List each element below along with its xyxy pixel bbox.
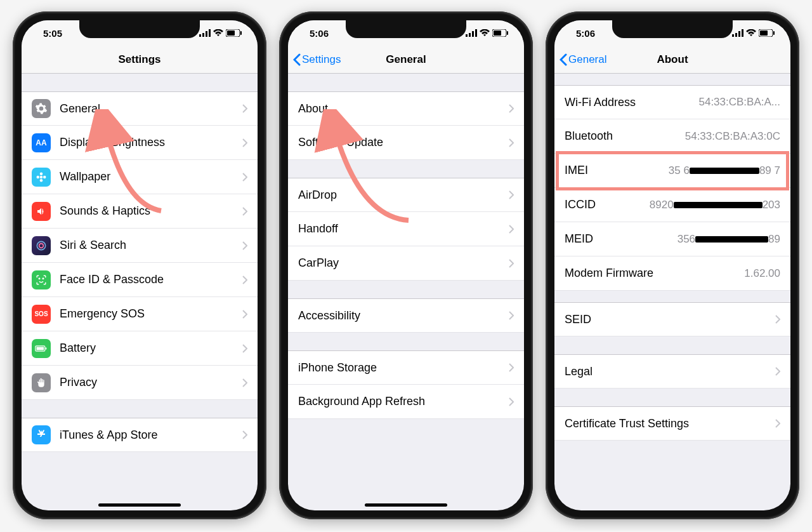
- svg-rect-27: [735, 33, 737, 37]
- chevron-right-icon: [242, 173, 247, 182]
- svg-rect-3: [209, 29, 211, 37]
- row-label: Sounds & Haptics: [60, 204, 237, 218]
- aa-icon: AA: [32, 133, 51, 152]
- svg-rect-0: [199, 34, 201, 37]
- chevron-left-icon: [560, 53, 567, 66]
- row-display-brightness[interactable]: AA Display & Brightness: [22, 126, 258, 160]
- row-label: SEID: [565, 313, 770, 326]
- row-certificate-trust-settings[interactable]: Certificate Trust Settings: [554, 406, 790, 441]
- row-value: 8920203: [650, 199, 780, 211]
- chevron-right-icon: [242, 310, 247, 319]
- screen-1: 5:05 Settings General AA Display & Brig: [22, 20, 258, 510]
- status-right: [199, 29, 242, 37]
- row-face-id-passcode[interactable]: Face ID & Passcode: [22, 263, 258, 297]
- row-label: iPhone Storage: [298, 361, 504, 375]
- row-battery[interactable]: Battery: [22, 331, 258, 366]
- page-title: General: [386, 53, 426, 66]
- redacted-text: [690, 168, 759, 174]
- row-label: MEID: [565, 232, 678, 246]
- chevron-right-icon: [242, 344, 247, 353]
- home-indicator[interactable]: [365, 503, 447, 507]
- row-carplay[interactable]: CarPlay: [288, 246, 524, 281]
- row-label: About: [298, 102, 504, 116]
- row-label: Privacy: [60, 376, 237, 389]
- row-label: Background App Refresh: [298, 395, 504, 408]
- row-emergency-sos[interactable]: SOS Emergency SOS: [22, 297, 258, 331]
- row-value: 1.62.00: [744, 267, 780, 280]
- cellular-icon: [466, 29, 477, 37]
- row-label: Modem Firmware: [565, 267, 744, 280]
- row-seid[interactable]: SEID: [554, 302, 790, 336]
- svg-rect-6: [240, 31, 242, 35]
- nav-bar: Settings General: [288, 46, 524, 74]
- general-list[interactable]: About Software Update AirDrop Handoff Ca…: [288, 74, 524, 419]
- row-label: iTunes & App Store: [60, 429, 237, 442]
- chevron-right-icon: [242, 207, 247, 216]
- row-value: 54:33:CB:BA:A...: [698, 96, 780, 109]
- row-accessibility[interactable]: Accessibility: [288, 298, 524, 333]
- svg-rect-17: [46, 347, 47, 349]
- about-list[interactable]: Wi-Fi Address 54:33:CB:BA:A... Bluetooth…: [554, 74, 790, 441]
- notch: [79, 20, 200, 38]
- chevron-right-icon: [242, 138, 247, 147]
- row-label: ICCID: [565, 198, 650, 211]
- svg-rect-1: [202, 33, 204, 37]
- row-iphone-storage[interactable]: iPhone Storage: [288, 350, 524, 385]
- row-general[interactable]: General: [22, 91, 258, 126]
- gear-icon: [32, 99, 51, 118]
- chevron-right-icon: [509, 138, 514, 147]
- group-spacer: [288, 160, 524, 178]
- chevron-right-icon: [509, 104, 514, 113]
- row-privacy[interactable]: Privacy: [22, 366, 258, 400]
- back-button[interactable]: Settings: [293, 53, 341, 66]
- row-label: CarPlay: [298, 256, 504, 270]
- battery-icon: [492, 29, 509, 37]
- row-software-update[interactable]: Software Update: [288, 126, 524, 160]
- svg-point-11: [43, 175, 46, 178]
- row-airdrop[interactable]: AirDrop: [288, 178, 524, 212]
- row-siri-search[interactable]: Siri & Search: [22, 229, 258, 263]
- row-handoff[interactable]: Handoff: [288, 212, 524, 246]
- svg-rect-25: [507, 31, 508, 35]
- row-label: Battery: [60, 342, 237, 355]
- status-time: 5:06: [576, 28, 595, 39]
- group-spacer: [22, 400, 258, 418]
- svg-point-9: [40, 179, 43, 182]
- settings-list[interactable]: General AA Display & Brightness Wallpape…: [22, 74, 258, 452]
- row-label: Software Update: [298, 136, 504, 149]
- sos-icon: SOS: [32, 305, 51, 324]
- group-spacer: [22, 74, 258, 91]
- row-sounds-haptics[interactable]: Sounds & Haptics: [22, 194, 258, 229]
- screen-2: 5:06 Settings General About Software Upd…: [288, 20, 524, 510]
- row-background-app-refresh[interactable]: Background App Refresh: [288, 385, 524, 419]
- svg-point-12: [37, 241, 45, 249]
- group-spacer: [288, 281, 524, 298]
- back-button[interactable]: General: [560, 53, 606, 66]
- row-label: Handoff: [298, 222, 504, 236]
- row-label: Certificate Trust Settings: [565, 417, 770, 430]
- cellular-icon: [199, 29, 211, 37]
- svg-rect-20: [469, 33, 471, 37]
- chevron-right-icon: [509, 311, 514, 320]
- row-label: General: [60, 102, 237, 116]
- row-itunes-app-store[interactable]: iTunes & App Store: [22, 418, 258, 452]
- hand-icon: [32, 373, 51, 392]
- wifi-icon: [480, 29, 490, 37]
- wifi-icon: [746, 29, 756, 37]
- row-label: Face ID & Passcode: [60, 273, 237, 286]
- chevron-right-icon: [775, 367, 780, 376]
- phone-frame-1: 5:05 Settings General AA Display & Brig: [13, 11, 266, 519]
- row-label: AirDrop: [298, 189, 504, 202]
- row-wallpaper[interactable]: Wallpaper: [22, 160, 258, 194]
- home-indicator[interactable]: [98, 503, 181, 507]
- chevron-right-icon: [242, 430, 247, 439]
- status-right: [732, 29, 775, 37]
- cellular-icon: [732, 29, 743, 37]
- status-time: 5:05: [43, 28, 62, 39]
- row-legal[interactable]: Legal: [554, 354, 790, 389]
- svg-rect-22: [475, 29, 477, 37]
- row-imei: IMEI 35 689 7: [554, 154, 790, 188]
- row-about[interactable]: About: [288, 91, 524, 126]
- row-label: Bluetooth: [565, 130, 685, 143]
- group-spacer: [288, 333, 524, 350]
